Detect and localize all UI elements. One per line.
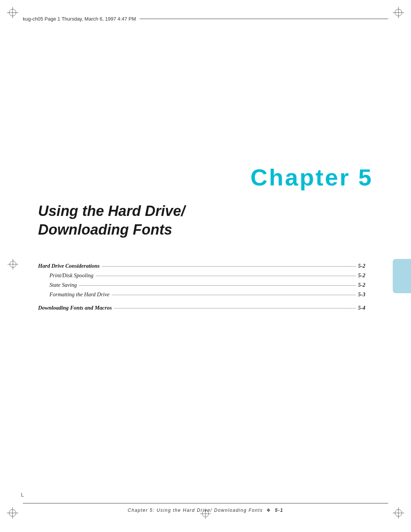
main-title: Using the Hard Drive/ Downloading Fonts xyxy=(38,202,185,240)
footer-text-content: Chapter 5: Using the Hard Drive/ Downloa… xyxy=(128,508,263,513)
toc-entry-2: Print/Disk Spooling 5-2 xyxy=(38,272,365,279)
footer-page: 5-1 xyxy=(275,508,284,513)
toc-page-4: 5-3 xyxy=(358,291,365,298)
toc-entry-1: Hard Drive Considerations 5-2 xyxy=(38,263,365,269)
toc-entry-5: Downloading Fonts and Macros 5-4 xyxy=(38,305,365,311)
toc-page-1: 5-2 xyxy=(358,263,365,269)
toc-dots-1 xyxy=(102,266,356,267)
toc-label-5: Downloading Fonts and Macros xyxy=(38,305,112,311)
side-tab xyxy=(393,259,411,293)
toc-label-4: Formatting the Hard Drive xyxy=(49,291,110,298)
footer-diamond: ❖ xyxy=(266,508,271,513)
title-line1: Using the Hard Drive/ xyxy=(38,202,185,220)
toc-dots-2 xyxy=(96,276,356,276)
chapter-label: Chapter xyxy=(250,164,350,190)
toc-dots-3 xyxy=(79,285,356,286)
toc-page-3: 5-2 xyxy=(358,282,365,288)
title-line2: Downloading Fonts xyxy=(38,220,185,239)
toc-entry-3: State Saving 5-2 xyxy=(38,282,365,288)
toc-label-3: State Saving xyxy=(49,282,77,288)
toc-label-2: Print/Disk Spooling xyxy=(49,272,94,279)
reg-mark-bottom-center xyxy=(200,508,211,521)
toc-page-5: 5-4 xyxy=(358,305,365,311)
reg-mark-mid-left xyxy=(8,259,18,271)
header-rule xyxy=(140,19,388,19)
reg-mark-top-right xyxy=(393,7,404,18)
chapter-heading: Chapter 5 xyxy=(250,164,373,191)
bottom-l-mark: L xyxy=(21,492,24,498)
toc-entry-4: Formatting the Hard Drive 5-3 xyxy=(38,291,365,298)
chapter-number: 5 xyxy=(358,164,373,190)
footer-rule xyxy=(23,503,388,503)
toc-label-1: Hard Drive Considerations xyxy=(38,263,100,269)
page: kug-ch05 Page 1 Thursday, March 6, 1997 … xyxy=(0,0,411,532)
toc-dots-4 xyxy=(112,295,356,295)
header: kug-ch05 Page 1 Thursday, March 6, 1997 … xyxy=(23,16,388,22)
toc-container: Hard Drive Considerations 5-2 Print/Disk… xyxy=(38,263,365,314)
toc-dots-5 xyxy=(114,308,356,308)
toc-page-2: 5-2 xyxy=(358,272,365,279)
reg-mark-top-left xyxy=(7,7,18,18)
header-text: kug-ch05 Page 1 Thursday, March 6, 1997 … xyxy=(23,16,136,22)
